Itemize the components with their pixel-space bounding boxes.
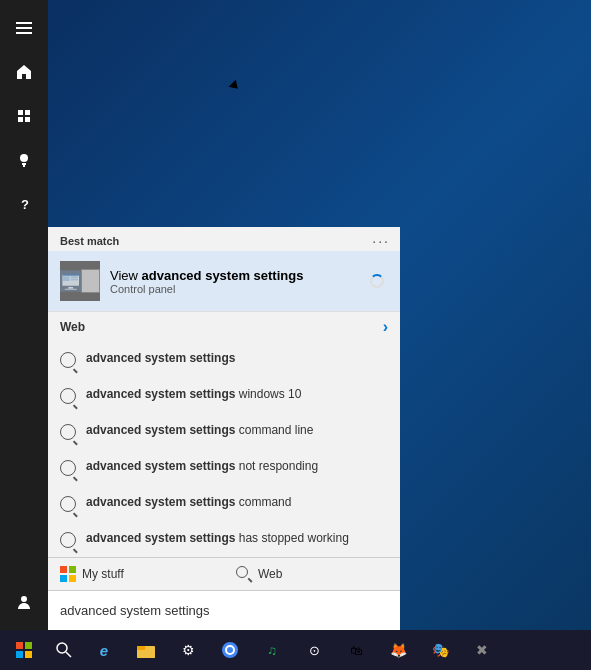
tab-web[interactable]: Web	[224, 558, 400, 590]
suggestion-text: advanced system settings	[86, 350, 235, 367]
svg-rect-5	[18, 117, 23, 122]
start-button[interactable]	[0, 630, 48, 670]
suggestion-search-icon	[60, 532, 76, 548]
best-match-info: View advanced system settings Control pa…	[110, 268, 303, 295]
svg-rect-17	[71, 279, 78, 281]
sidebar-recent[interactable]	[4, 96, 44, 136]
suggestion-item-3[interactable]: advanced system settings not responding	[48, 450, 400, 486]
best-match-item[interactable]: View advanced system settings Control pa…	[48, 251, 400, 311]
taskbar-explorer[interactable]	[126, 630, 166, 670]
control-panel-icon	[60, 261, 100, 301]
loading-indicator	[370, 274, 384, 288]
best-match-header-bar: Best match ···	[48, 227, 400, 251]
taskbar-extra2[interactable]: ✖	[462, 630, 502, 670]
web-section-header[interactable]: Web ›	[48, 311, 400, 342]
svg-rect-1	[16, 27, 32, 29]
best-match-title-bold: advanced system settings	[142, 268, 304, 283]
taskbar-store[interactable]: 🛍	[336, 630, 376, 670]
svg-line-21	[66, 652, 71, 657]
best-match-label: Best match	[60, 235, 119, 247]
taskbar-media[interactable]: ⊙	[294, 630, 334, 670]
taskbar-chrome[interactable]	[210, 630, 250, 670]
svg-point-7	[20, 154, 28, 162]
taskbar-edge[interactable]: e	[84, 630, 124, 670]
search-input-bar: advanced system settings	[48, 590, 400, 630]
sidebar-home[interactable]	[4, 52, 44, 92]
taskbar: e ⚙ ♫ ⊙ 🛍 🦊 🎭 ✖	[0, 630, 591, 670]
start-windows-icon	[16, 642, 32, 658]
taskbar-settings[interactable]: ⚙	[168, 630, 208, 670]
taskbar-search-button[interactable]	[48, 630, 80, 670]
web-arrow-icon: ›	[383, 318, 388, 336]
svg-point-20	[57, 643, 67, 653]
taskbar-app-icons: e ⚙ ♫ ⊙ 🛍 🦊 🎭 ✖	[84, 630, 502, 670]
suggestion-text: advanced system settings windows 10	[86, 386, 301, 403]
suggestion-search-icon	[60, 352, 76, 368]
sidebar-bulb[interactable]	[4, 140, 44, 180]
sidebar-user[interactable]	[4, 582, 44, 622]
tab-mystuff-label: My stuff	[82, 567, 124, 581]
svg-rect-15	[63, 276, 70, 281]
svg-point-11	[21, 596, 27, 602]
suggestion-text: advanced system settings command	[86, 494, 291, 511]
search-input-text[interactable]: advanced system settings	[60, 603, 388, 618]
suggestion-text: advanced system settings has stopped wor…	[86, 530, 349, 547]
svg-rect-25	[138, 647, 144, 649]
svg-rect-19	[65, 289, 77, 290]
windows-icon	[60, 566, 76, 582]
svg-rect-23	[137, 649, 155, 658]
suggestion-item-4[interactable]: advanced system settings command	[48, 486, 400, 522]
suggestion-item-2[interactable]: advanced system settings command line	[48, 414, 400, 450]
svg-rect-16	[71, 276, 78, 278]
taskbar-spotify[interactable]: ♫	[252, 630, 292, 670]
best-match-subtitle: Control panel	[110, 283, 303, 295]
tab-web-label: Web	[258, 567, 282, 581]
more-options-button[interactable]: ···	[372, 233, 390, 249]
svg-rect-18	[68, 287, 73, 289]
suggestion-search-icon	[60, 424, 76, 440]
taskbar-extra1[interactable]: 🎭	[420, 630, 460, 670]
bottom-tabs-bar: My stuff Web	[48, 557, 400, 590]
best-match-title: View advanced system settings	[110, 268, 303, 283]
svg-rect-4	[25, 110, 30, 115]
suggestion-search-icon	[60, 496, 76, 512]
svg-rect-3	[18, 110, 23, 115]
svg-rect-8	[22, 163, 26, 165]
start-menu-sidebar: ?	[0, 0, 48, 630]
suggestion-text: advanced system settings command line	[86, 422, 313, 439]
taskbar-firefox[interactable]: 🦊	[378, 630, 418, 670]
svg-rect-2	[16, 32, 32, 34]
suggestion-item-5[interactable]: advanced system settings has stopped wor…	[48, 522, 400, 558]
suggestion-search-icon	[60, 460, 76, 476]
svg-rect-0	[16, 22, 32, 24]
suggestion-text: advanced system settings not responding	[86, 458, 318, 475]
search-tab-icon	[236, 566, 252, 582]
tab-mystuff[interactable]: My stuff	[48, 558, 224, 590]
sidebar-hamburger[interactable]	[4, 8, 44, 48]
svg-rect-6	[25, 117, 30, 122]
svg-rect-14	[62, 274, 79, 276]
sidebar-help[interactable]: ?	[4, 184, 44, 224]
suggestion-search-icon	[60, 388, 76, 404]
web-label: Web	[60, 320, 85, 334]
best-match-title-prefix: View	[110, 268, 142, 283]
svg-rect-9	[23, 165, 25, 167]
svg-text:?: ?	[21, 197, 29, 212]
suggestion-item-0[interactable]: advanced system settings	[48, 342, 400, 378]
suggestion-item-1[interactable]: advanced system settings windows 10	[48, 378, 400, 414]
